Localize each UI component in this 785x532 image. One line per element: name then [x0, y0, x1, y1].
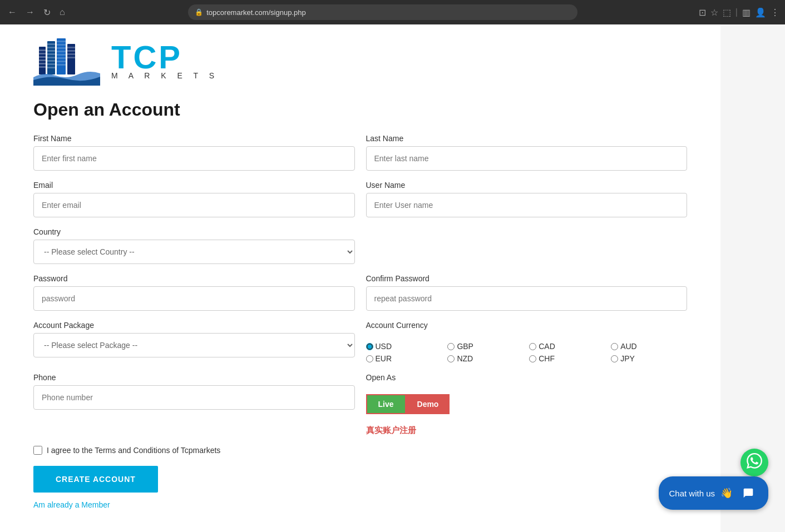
logo-text: TCP M A R K E T S [111, 41, 219, 80]
currency-aud[interactable]: AUD [611, 342, 687, 351]
profile-icon[interactable]: 👤 [755, 7, 766, 18]
create-account-button[interactable]: CREATE ACCOUNT [33, 466, 158, 493]
username-group: User Name [366, 181, 688, 217]
confirm-password-label: Confirm Password [366, 274, 688, 283]
currency-cad[interactable]: CAD [529, 342, 605, 351]
sidebar-icon[interactable]: ▥ [742, 7, 751, 18]
logo-icon [33, 36, 106, 86]
bookmark-icon[interactable]: ☆ [710, 7, 718, 18]
currency-jpy[interactable]: JPY [611, 354, 687, 363]
currency-gbp-radio[interactable] [447, 343, 455, 350]
menu-icon[interactable]: ⋮ [771, 7, 779, 18]
svg-rect-10 [47, 50, 55, 52]
svg-rect-28 [67, 53, 75, 55]
currency-eur[interactable]: EUR [366, 354, 442, 363]
browser-icon-group: ⊡ ☆ ⬚ | ▥ 👤 ⋮ [699, 7, 779, 18]
svg-rect-26 [67, 47, 75, 48]
chat-bubble-icon[interactable] [738, 483, 758, 503]
country-group: Country -- Please select Country -- [33, 227, 355, 264]
chat-bubble[interactable]: Chat with us 👋 [659, 476, 768, 510]
currency-nzd-radio[interactable] [447, 355, 455, 362]
page-title: Open an Account [33, 100, 687, 120]
country-row: Country -- Please select Country -- [33, 227, 687, 264]
svg-rect-14 [47, 63, 55, 65]
url-text: topcoremarket.com/signup.php [206, 8, 305, 17]
svg-rect-20 [57, 51, 66, 52]
currency-usd[interactable]: USD [366, 342, 442, 351]
currency-chf[interactable]: CHF [529, 354, 605, 363]
package-select[interactable]: -- Please select Package -- [33, 333, 355, 357]
whatsapp-icon [747, 453, 762, 473]
svg-rect-5 [39, 63, 46, 64]
cast-icon[interactable]: ⊡ [699, 7, 706, 18]
demo-button[interactable]: Demo [406, 394, 450, 414]
reload-button[interactable]: ↻ [41, 5, 53, 20]
svg-rect-17 [57, 41, 66, 42]
svg-rect-24 [57, 64, 66, 66]
currency-chf-radio[interactable] [529, 355, 536, 362]
svg-rect-15 [47, 67, 55, 68]
open-as-buttons: Live Demo [366, 394, 688, 414]
phone-openas-row: Phone Open As Live Demo 真实账户注册 [33, 373, 687, 436]
first-name-group: First Name [33, 134, 355, 171]
whatsapp-chat-button[interactable] [740, 449, 768, 476]
page-content: TCP M A R K E T S Open an Account First … [0, 24, 785, 532]
password-row: Password Confirm Password [33, 274, 687, 311]
first-name-input[interactable] [33, 146, 355, 171]
name-row: First Name Last Name [33, 134, 687, 171]
logo-tcp: TCP [111, 41, 182, 73]
email-input[interactable] [33, 193, 355, 217]
terms-label: I agree to the Terms and Conditions of T… [47, 446, 220, 455]
svg-rect-4 [39, 59, 46, 61]
divider: | [735, 7, 738, 17]
already-member-link[interactable]: Am already a Member [33, 500, 687, 509]
terms-checkbox[interactable] [33, 446, 42, 455]
country-label: Country [33, 227, 355, 236]
currency-group: Account Currency USD GBP CAD AUD [366, 321, 688, 363]
svg-rect-6 [39, 66, 46, 68]
currency-nzd[interactable]: NZD [447, 354, 524, 363]
live-button[interactable]: Live [366, 394, 406, 414]
currency-jpy-radio[interactable] [611, 355, 618, 362]
svg-rect-19 [57, 47, 66, 49]
phone-input[interactable] [33, 385, 355, 410]
page-inner: TCP M A R K E T S Open an Account First … [0, 24, 720, 532]
browser-chrome: ← → ↻ ⌂ 🔒 topcoremarket.com/signup.php ⊡… [0, 0, 785, 24]
open-as-label: Open As [366, 373, 688, 382]
forward-button[interactable]: → [23, 5, 37, 19]
chat-emoji: 👋 [720, 487, 733, 499]
svg-rect-25 [67, 44, 75, 74]
svg-rect-12 [47, 57, 55, 58]
package-group: Account Package -- Please select Package… [33, 321, 355, 363]
currency-cad-radio[interactable] [529, 343, 536, 350]
svg-rect-13 [47, 60, 55, 62]
password-input[interactable] [33, 286, 355, 311]
currency-gbp[interactable]: GBP [447, 342, 524, 351]
open-as-group: Open As Live Demo 真实账户注册 [366, 373, 688, 436]
confirm-password-input[interactable] [366, 286, 688, 311]
phone-label: Phone [33, 373, 355, 382]
extensions-icon[interactable]: ⬚ [723, 7, 731, 18]
email-group: Email [33, 181, 355, 217]
last-name-group: Last Name [366, 134, 688, 171]
phone-group: Phone [33, 373, 355, 436]
currency-aud-radio[interactable] [611, 343, 618, 350]
svg-rect-29 [67, 57, 75, 58]
back-button[interactable]: ← [6, 5, 19, 19]
country-select[interactable]: -- Please select Country -- [33, 240, 355, 264]
svg-rect-23 [57, 61, 66, 62]
confirm-password-group: Confirm Password [366, 274, 688, 311]
address-bar[interactable]: 🔒 topcoremarket.com/signup.php [188, 4, 577, 20]
logo-area: TCP M A R K E T S [33, 24, 687, 94]
last-name-input[interactable] [366, 146, 688, 171]
logo-markets: M A R K E T S [111, 71, 219, 80]
svg-rect-16 [57, 38, 66, 74]
username-label: User Name [366, 181, 688, 190]
svg-rect-9 [47, 47, 55, 48]
username-input[interactable] [366, 193, 688, 217]
currency-usd-radio[interactable] [366, 343, 373, 350]
currency-eur-radio[interactable] [366, 355, 373, 362]
home-button[interactable]: ⌂ [57, 5, 67, 19]
svg-rect-18 [57, 44, 66, 46]
svg-rect-27 [67, 50, 75, 52]
